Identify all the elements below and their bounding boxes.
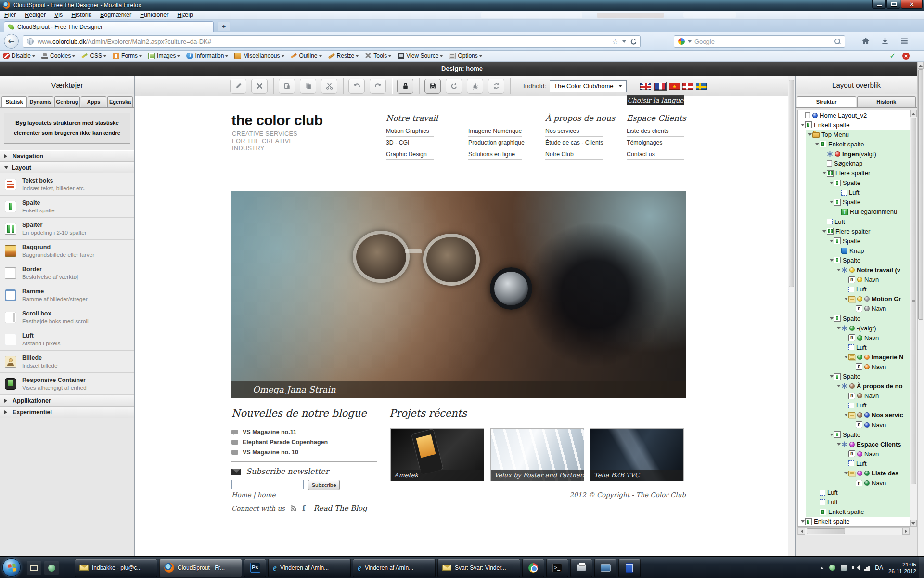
expand-arrow-icon[interactable] (821, 228, 827, 235)
tree-node-flere-spalter[interactable]: Flere spalter (798, 226, 910, 236)
expand-arrow-icon[interactable] (821, 170, 827, 176)
taskbar-chrome[interactable] (522, 559, 544, 577)
tool-border[interactable]: BorderBeskrivelse af værktøj (0, 262, 134, 284)
tree-node-notre-travail-v[interactable]: Notre travail (v (798, 265, 910, 275)
site-logo[interactable]: the color club (231, 113, 323, 128)
project-thumb-ametek[interactable]: Ametek (390, 428, 484, 481)
bookmarks-menu-icon[interactable] (900, 37, 910, 46)
read-blog-link[interactable]: Read The Blog (313, 504, 367, 512)
redo-button[interactable] (370, 79, 386, 94)
tray-update-icon[interactable] (841, 565, 847, 571)
tree-node-luft[interactable]: Luft (798, 498, 910, 507)
tree-node-propos-de-no[interactable]: À propos de no (798, 381, 910, 391)
home-icon[interactable] (861, 37, 871, 46)
tree-node-spalte[interactable]: Spalte (798, 314, 910, 323)
taskbar-ie-vinderen-af-amin[interactable]: eVinderen af Amin... (268, 559, 351, 577)
tree-node-nos-servic[interactable]: Nos servic (798, 410, 910, 420)
tab-dynamis[interactable]: Dynamis (28, 96, 53, 107)
expand-arrow-icon[interactable] (836, 383, 841, 389)
close-button[interactable]: × (901, 0, 923, 9)
undo-button[interactable] (348, 79, 365, 94)
taskbar-firefox-cloudsprout-fr[interactable]: CloudSprout - Fr... (159, 559, 242, 577)
tree-node-navn[interactable]: nNavn (798, 333, 910, 342)
nav-link-notre-club[interactable]: Notre Club (545, 148, 603, 160)
nav-link-production-graphique[interactable]: Production graphique (468, 137, 522, 148)
expand-arrow-icon[interactable] (807, 131, 812, 138)
tree-vertical-scrollbar[interactable] (910, 110, 917, 527)
tree-node-luft[interactable]: Luft (798, 342, 910, 352)
save-button[interactable] (424, 79, 441, 94)
tool-billede[interactable]: BilledeIndsæt billede (0, 351, 134, 373)
choose-language-button[interactable]: Choisir la langue (627, 95, 684, 105)
taskbar-screen[interactable] (594, 559, 616, 577)
tree-node-luft[interactable]: Luft (798, 188, 910, 197)
expand-arrow-icon[interactable] (836, 441, 841, 447)
devbar-outline[interactable]: Outline (291, 53, 322, 59)
tool-responsive-container[interactable]: Responsive ContainerVises afhængigt af e… (0, 373, 134, 395)
devbar-cookies[interactable]: Cookies (41, 53, 75, 59)
tree-node-spalte[interactable]: Spalte (798, 178, 910, 188)
reload-icon[interactable] (630, 38, 637, 45)
tree-node-luft[interactable]: Luft (798, 459, 910, 468)
menu-hj-lp[interactable]: Hjælp (173, 11, 197, 20)
tree-node-luft[interactable]: Luft (798, 488, 910, 498)
blog-post[interactable]: Elephant Parade Copenhagen (231, 439, 377, 446)
paste-button[interactable] (279, 79, 295, 94)
taskbar-mail-indbakke-plu-c[interactable]: Indbakke - plu@c... (75, 559, 157, 577)
tree-node-enkelt-spalte[interactable]: Enkelt spalte (798, 139, 910, 149)
url-dropdown-icon[interactable] (622, 40, 626, 45)
expand-arrow-icon[interactable] (843, 470, 848, 476)
tree-node-navn[interactable]: nNavn (798, 391, 910, 401)
taskbar-printer[interactable] (570, 559, 592, 577)
network-icon[interactable] (864, 565, 870, 571)
expand-arrow-icon[interactable] (829, 315, 834, 322)
site-identity-icon[interactable] (27, 38, 34, 45)
expand-arrow-icon[interactable] (829, 180, 834, 186)
tree-node-spalte[interactable]: Spalte (798, 372, 910, 381)
menu-funktioner[interactable]: Funktioner (136, 11, 173, 20)
tab-struktur[interactable]: Struktur (797, 96, 856, 107)
debug-button[interactable] (467, 79, 483, 94)
content-select[interactable]: The Color Club/home (550, 80, 627, 92)
refresh-button[interactable] (446, 79, 462, 94)
tree-node-navn[interactable]: nNavn (798, 420, 910, 430)
tool-luft[interactable]: LuftAfstand i pixels (0, 328, 134, 351)
volume-icon[interactable] (852, 565, 859, 571)
pinned-icon-2[interactable] (44, 561, 59, 575)
devbar-resize[interactable]: Resize (328, 53, 359, 59)
taskbar-ie-vinderen-af-amin[interactable]: eVinderen af Amin... (353, 559, 436, 577)
tree-node-navn[interactable]: nNavn (798, 275, 910, 285)
nav-link-nos-services[interactable]: Nos services (545, 125, 603, 137)
tree-node-navn[interactable]: nNavn (798, 362, 910, 371)
back-button[interactable]: ← (4, 34, 19, 49)
sync-button[interactable] (488, 79, 504, 94)
blog-post[interactable]: VS Magazine no.11 (231, 429, 377, 435)
devbar-css[interactable]: CSS (81, 53, 106, 59)
nav-link-imagerie-num-rique[interactable]: Imagerie Numérique (468, 125, 522, 137)
menu-historik[interactable]: Historik (67, 11, 96, 20)
nav-link-solutions-en-ligne[interactable]: Solutions en ligne (468, 148, 522, 160)
facebook-icon[interactable]: f (302, 505, 305, 512)
show-desktop-button[interactable] (919, 557, 924, 578)
nav-link-3d-cgi[interactable]: 3D - CGI (386, 137, 434, 148)
minimize-button[interactable] (872, 0, 886, 9)
tool-spalte[interactable]: SpalteEnkelt spalte (0, 196, 134, 218)
tree-node-home-layout-v2[interactable]: Home Layout_v2 (798, 110, 910, 120)
expand-arrow-icon[interactable] (843, 412, 848, 418)
expand-arrow-icon[interactable] (800, 518, 805, 525)
tree-node-navn[interactable]: nNavn (798, 304, 910, 314)
hidden-icons-arrow[interactable] (820, 565, 824, 569)
search-bar[interactable]: Google (674, 35, 845, 48)
taskbar-terminal[interactable]: >_ (546, 559, 568, 577)
search-engine-dropdown-icon[interactable] (688, 40, 692, 45)
nav-column-heading[interactable]: À propos de nous (545, 114, 603, 125)
nav-link-contact-us[interactable]: Contact us (627, 148, 684, 160)
section-experimentiel[interactable]: Experimentiel (0, 407, 134, 418)
bookmark-star-icon[interactable]: ☆ (612, 38, 618, 45)
taskbar-bluedoc[interactable] (618, 559, 641, 577)
tree-node-motion-gr[interactable]: Motion Gr (798, 294, 910, 304)
tree-node-spalte[interactable]: Spalte (798, 197, 910, 207)
subscribe-button[interactable]: Subscribe (308, 480, 340, 490)
project-thumb-telia[interactable]: Telia B2B TVC (590, 428, 684, 481)
expand-arrow-icon[interactable] (814, 141, 820, 147)
